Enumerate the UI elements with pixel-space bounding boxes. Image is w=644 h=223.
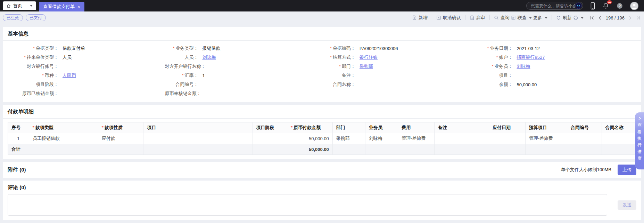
- cell: [602, 144, 636, 155]
- field-label: *业务类型：: [165, 45, 198, 51]
- doc-plus-icon: [412, 15, 417, 20]
- pager-last-button[interactable]: [636, 16, 641, 20]
- comment-input[interactable]: [8, 194, 607, 216]
- linked-query-button[interactable]: 联查: [510, 13, 532, 22]
- page: 首页 查看借款支付单 × ••• ?: [0, 0, 644, 223]
- execution-progress-tab-label: 进: [637, 149, 642, 155]
- field-value-link[interactable]: 采购部: [360, 63, 373, 70]
- cell: [143, 144, 253, 155]
- divider: [3, 118, 641, 119]
- field-label: 项目：: [479, 72, 513, 79]
- execution-progress-tab[interactable]: 查看执行进度: [635, 112, 644, 169]
- field-value-link[interactable]: 招商银行9527: [517, 54, 545, 61]
- upload-button[interactable]: 上传: [618, 165, 636, 175]
- field-单据编码: *单据编码：PA0620210300006: [322, 44, 479, 53]
- close-tab-icon[interactable]: ×: [77, 5, 80, 9]
- field-label: *业务员：: [479, 63, 513, 70]
- assistant-search-input[interactable]: [531, 3, 575, 8]
- field-业务日期: *业务日期：2021-03-12: [479, 44, 637, 53]
- separator: [432, 15, 432, 20]
- cell: [253, 144, 287, 155]
- field-label: *单据类型：: [8, 45, 58, 51]
- cell: [567, 144, 602, 155]
- query-button[interactable]: 查询: [493, 13, 510, 22]
- assistant-robot-icon[interactable]: [575, 2, 582, 9]
- cell: [434, 144, 489, 155]
- required-mark: *: [291, 125, 292, 130]
- toolbar-actions: 新增取消确认弃审查询联查更多刷新196 / 196: [411, 13, 641, 22]
- field-汇率: *汇率：1: [165, 71, 322, 80]
- pager-first-button[interactable]: [590, 16, 594, 20]
- cell: 管理-差旅费: [525, 133, 567, 144]
- cell: 采购部: [332, 133, 365, 144]
- refresh-button[interactable]: 刷新: [555, 13, 572, 22]
- status-badge-1: 已生效: [3, 14, 23, 21]
- help-icon[interactable]: ?: [616, 2, 623, 9]
- new-button-label: 新增: [419, 15, 428, 21]
- column-header-合同名称: 合同名称: [602, 122, 636, 133]
- field-value-link[interactable]: 人民币: [63, 72, 76, 79]
- column-header-款项类型: *款项类型: [29, 122, 98, 133]
- field-label: 对方银行账号：: [8, 63, 58, 70]
- doc-cancel-icon: [436, 15, 441, 20]
- column-header-预算项目: 预算项目: [525, 122, 567, 133]
- pager-text: 196 / 196: [606, 15, 625, 21]
- column-header-业务员: 业务员: [365, 122, 398, 133]
- field-部门: *部门：采购部: [322, 62, 479, 71]
- field-value-link[interactable]: 刘咏梅: [517, 63, 530, 70]
- field-empty: [322, 89, 479, 98]
- field-value: 50,000.00: [517, 82, 537, 87]
- field-label: *往来单位类型：: [8, 54, 58, 61]
- status-badges: 已生效已支付: [3, 14, 46, 21]
- mobile-icon[interactable]: [590, 2, 595, 10]
- pager-next-button[interactable]: [628, 16, 633, 20]
- field-label: 项目阶段：: [8, 81, 58, 88]
- field-业务类型: *业务类型：报销借款: [165, 44, 322, 53]
- field-value-link[interactable]: 银行转账: [360, 54, 378, 61]
- cell: [29, 144, 98, 155]
- field-往来单位类型: *往来单位类型：人员: [8, 53, 165, 62]
- notification-bell-icon[interactable]: •••: [602, 2, 609, 9]
- assistant-search[interactable]: [526, 2, 583, 10]
- required-mark: *: [42, 73, 44, 78]
- cancel-confirm-button[interactable]: 取消确认: [436, 13, 462, 22]
- avatar[interactable]: [630, 2, 638, 10]
- field-项目阶段: 项目阶段：: [8, 80, 165, 89]
- field-label: 合同编号：: [165, 81, 198, 88]
- cell: 应付款: [98, 133, 143, 144]
- required-mark: *: [496, 55, 498, 60]
- cell: [332, 144, 365, 155]
- refresh-icon: [556, 15, 561, 20]
- execution-progress-tab-label: 执: [637, 135, 642, 142]
- doc-link-icon: [511, 15, 516, 20]
- tab-home[interactable]: 首页: [3, 1, 36, 10]
- chevron-down-icon: [529, 17, 532, 19]
- field-value-link[interactable]: 刘咏梅: [203, 54, 216, 61]
- field-对方开户银行名称: 对方开户银行名称：: [165, 62, 322, 71]
- field-label: 原币已核销金额：: [8, 90, 58, 97]
- query-button-label: 查询: [501, 15, 510, 21]
- print-button[interactable]: [572, 14, 584, 22]
- pager-prev-button[interactable]: [598, 16, 602, 20]
- home-tab-dropdown-icon[interactable]: [30, 5, 33, 7]
- cell: [434, 133, 489, 144]
- refresh-button-label: 刷新: [563, 15, 572, 21]
- table-row[interactable]: 1员工报销借款应付款50,000.00采购部刘咏梅管理-差旅费管理-差旅费: [8, 133, 636, 144]
- cell: [253, 133, 287, 144]
- tab-view-loan-payment[interactable]: 查看借款支付单 ×: [39, 2, 84, 11]
- field-label: 备注：: [322, 72, 355, 79]
- field-label: *账户：: [479, 54, 513, 61]
- top-header: 首页 查看借款支付单 × ••• ?: [0, 0, 644, 11]
- more-button[interactable]: 更多: [532, 13, 548, 22]
- field-原币已核销金额: 原币已核销金额：: [8, 89, 165, 98]
- field-币种: *币种：人民币: [8, 71, 165, 80]
- attachments-title: 附件 (0): [8, 167, 26, 173]
- column-header-合同编号: 合同编号: [567, 122, 602, 133]
- field-label: *部门：: [322, 63, 355, 70]
- abandon-approval-button[interactable]: 弃审: [469, 13, 486, 22]
- required-mark: *: [33, 46, 35, 51]
- linked-query-button-label: 联查: [518, 15, 527, 21]
- send-button[interactable]: 发送: [618, 200, 636, 210]
- new-button[interactable]: 新增: [411, 13, 428, 22]
- svg-text:?: ?: [619, 4, 621, 8]
